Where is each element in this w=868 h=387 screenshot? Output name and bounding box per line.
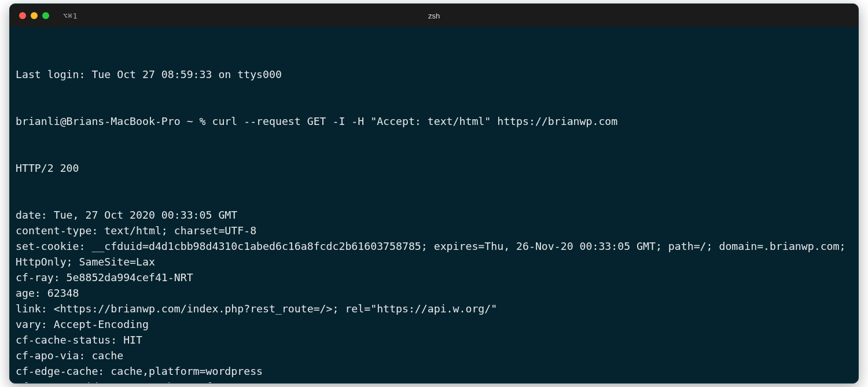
http-header-value: __cfduid=d4d1cbb98d4310c1abed6c16a8fcdc2… bbox=[16, 240, 852, 268]
command-text: curl --request GET -I -H "Accept: text/h… bbox=[212, 115, 617, 127]
http-header-key: cf-apo-via: bbox=[16, 349, 85, 362]
zoom-icon[interactable] bbox=[42, 12, 49, 19]
http-header-key: date: bbox=[16, 209, 47, 221]
http-header-value: <https://brianwp.com/index.php?rest_rout… bbox=[54, 303, 498, 315]
http-header-value: 62348 bbox=[47, 287, 79, 299]
http-header-line: content-type: text/html; charset=UTF-8 bbox=[16, 223, 852, 238]
last-login-line: Last login: Tue Oct 27 08:59:33 on ttys0… bbox=[16, 67, 852, 82]
http-header-key: content-type: bbox=[16, 224, 98, 237]
http-header-line: vary: Accept-Encoding bbox=[16, 316, 852, 332]
http-header-line: cf-request-id: 0609121c9b0000ef414985100… bbox=[16, 379, 852, 383]
http-header-key: set-cookie: bbox=[16, 240, 85, 252]
http-header-key: vary: bbox=[16, 318, 47, 330]
traffic-lights bbox=[19, 12, 49, 19]
shell-prompt: brianli@Brians-MacBook-Pro ~ % bbox=[16, 115, 212, 127]
http-header-value: 0609121c9b0000ef4149851000000001 bbox=[111, 381, 313, 383]
minimize-icon[interactable] bbox=[31, 12, 38, 19]
http-header-key: cf-request-id: bbox=[16, 381, 104, 383]
http-header-key: cf-cache-status: bbox=[16, 334, 117, 346]
http-header-value: cache,platform=wordpress bbox=[111, 365, 263, 377]
http-header-line: set-cookie: __cfduid=d4d1cbb98d4310c1abe… bbox=[16, 238, 852, 270]
http-header-line: cf-cache-status: HIT bbox=[16, 332, 852, 348]
tab-label: ⌥⌘1 bbox=[63, 12, 78, 20]
http-header-key: link: bbox=[16, 303, 47, 315]
http-header-value: Accept-Encoding bbox=[54, 318, 149, 330]
http-header-line: age: 62348 bbox=[16, 285, 852, 301]
http-header-value: HIT bbox=[123, 334, 142, 346]
http-header-value: Tue, 27 Oct 2020 00:33:05 GMT bbox=[54, 209, 238, 221]
http-header-line: date: Tue, 27 Oct 2020 00:33:05 GMT bbox=[16, 207, 852, 223]
http-header-value: text/html; charset=UTF-8 bbox=[104, 224, 256, 237]
http-header-line: cf-edge-cache: cache,platform=wordpress bbox=[16, 363, 852, 379]
close-icon[interactable] bbox=[19, 12, 26, 19]
http-header-key: cf-ray: bbox=[16, 271, 60, 283]
terminal-window: ⌥⌘1 zsh Last login: Tue Oct 27 08:59:33 … bbox=[9, 3, 859, 384]
prompt-line: brianli@Brians-MacBook-Pro ~ % curl --re… bbox=[16, 113, 852, 129]
http-header-line: link: <https://brianwp.com/index.php?res… bbox=[16, 301, 852, 316]
window-title: zsh bbox=[428, 12, 440, 20]
http-header-line: cf-ray: 5e8852da994cef41-NRT bbox=[16, 270, 852, 285]
http-status-line: HTTP/2 200 bbox=[16, 160, 852, 176]
http-header-line: cf-apo-via: cache bbox=[16, 348, 852, 363]
terminal-output[interactable]: Last login: Tue Oct 27 08:59:33 on ttys0… bbox=[10, 27, 858, 383]
http-header-value: cache bbox=[91, 349, 123, 362]
http-header-key: age: bbox=[16, 287, 41, 299]
http-header-value: 5e8852da994cef41-NRT bbox=[67, 271, 193, 283]
http-header-key: cf-edge-cache: bbox=[16, 365, 104, 377]
titlebar[interactable]: ⌥⌘1 zsh bbox=[10, 4, 858, 27]
